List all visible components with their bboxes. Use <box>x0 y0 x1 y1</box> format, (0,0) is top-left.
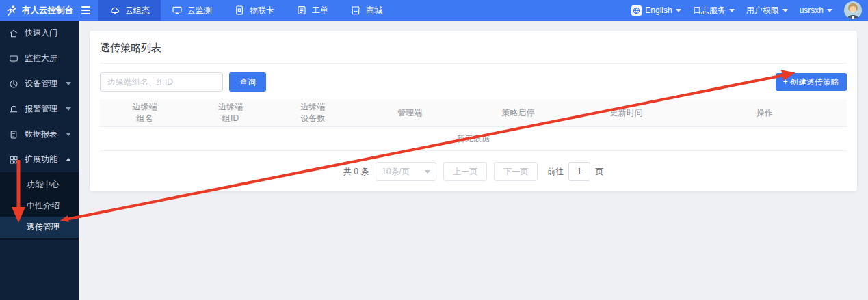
chevron-down-icon <box>66 82 71 85</box>
sidebar-subitem-function-center[interactable]: 功能中心 <box>0 174 79 195</box>
main-content: 透传策略列表 查询 + 创建透传策略 边缘端组名 边缘端组ID 边缘端设备数 管… <box>79 21 868 300</box>
goto-suffix-label: 页 <box>595 166 603 178</box>
language-label: English <box>645 5 672 15</box>
create-policy-button[interactable]: + 创建透传策略 <box>776 73 847 91</box>
sidebar-item-alarm-management[interactable]: 报警管理 <box>0 96 79 122</box>
tab-label: 云监测 <box>187 5 212 16</box>
big-screen-icon <box>9 54 18 64</box>
column-header-update-time: 更新时间 <box>570 99 683 126</box>
sidebar-subitem-label: 功能中心 <box>27 179 60 191</box>
search-input[interactable] <box>100 72 223 92</box>
chevron-down-icon <box>66 107 71 111</box>
sidebar-item-device-management[interactable]: 设备管理 <box>0 71 79 96</box>
chevron-up-icon <box>66 158 71 161</box>
goto-page-input[interactable] <box>568 162 590 181</box>
tab-label: 云组态 <box>125 5 150 16</box>
sidebar-item-label: 数据报表 <box>25 128 57 140</box>
page-size-value: 10条/页 <box>382 166 410 178</box>
policy-list-card: 透传策略列表 查询 + 创建透传策略 边缘端组名 边缘端组ID 边缘端设备数 管… <box>90 31 857 191</box>
tab-work-order[interactable]: 工单 <box>285 0 339 21</box>
sidebar-item-label: 扩展功能 <box>25 154 57 165</box>
pie-chart-icon <box>9 79 18 89</box>
sidebar-subitem-passthrough-management[interactable]: 透传管理 <box>0 217 79 238</box>
app-title: 有人云控制台 <box>22 5 73 16</box>
next-page-button[interactable]: 下一页 <box>494 162 538 181</box>
avatar[interactable] <box>844 1 862 19</box>
home-icon <box>9 29 18 38</box>
permissions-label: 用户权限 <box>746 5 779 16</box>
goto-page: 前往 页 <box>547 162 603 181</box>
prev-page-button[interactable]: 上一页 <box>443 162 487 181</box>
tab-cloud-monitor[interactable]: 云监测 <box>161 0 223 21</box>
top-nav: 云组态 云监测 物联卡 <box>98 0 393 21</box>
cloud-icon <box>109 5 120 16</box>
language-dropdown[interactable]: English <box>631 5 681 16</box>
extended-functions-submenu: 功能中心 中性介绍 透传管理 <box>0 172 79 240</box>
log-service-dropdown[interactable]: 日志服务 <box>693 5 735 16</box>
app-logo-icon <box>6 5 18 16</box>
sidebar-item-data-reports[interactable]: 数据报表 <box>0 122 79 147</box>
sidebar-item-monitor-screen[interactable]: 监控大屏 <box>0 46 79 71</box>
pagination: 共 0 条 10条/页 上一页 下一页 前往 页 <box>100 162 847 181</box>
sidebar: 快速入门 监控大屏 设备管理 报警管理 <box>0 21 79 300</box>
work-order-icon <box>296 5 307 16</box>
report-icon <box>9 130 18 139</box>
table-header-row: 边缘端组名 边缘端组ID 边缘端设备数 管理端 策略启停 更新时间 操作 <box>100 99 847 127</box>
page-title: 透传策略列表 <box>100 31 847 64</box>
column-header-management-end: 管理端 <box>354 99 466 126</box>
sidebar-subitem-label: 透传管理 <box>27 221 60 233</box>
sidebar-subitem-neutral-intro[interactable]: 中性介绍 <box>0 195 79 217</box>
sidebar-item-extended-functions[interactable]: 扩展功能 <box>0 147 79 172</box>
username-dropdown[interactable]: usrsxh <box>800 5 832 15</box>
toolbar: 查询 + 创建透传策略 <box>100 72 847 92</box>
user-permissions-dropdown[interactable]: 用户权限 <box>746 5 788 16</box>
chevron-down-icon <box>66 133 71 136</box>
goto-prefix-label: 前往 <box>547 166 564 178</box>
column-header-edge-group-name: 边缘端组名 <box>100 99 189 126</box>
column-header-policy-toggle: 策略启停 <box>466 99 570 126</box>
sidebar-item-quick-start[interactable]: 快速入门 <box>0 21 79 46</box>
sidebar-item-label: 设备管理 <box>25 78 57 90</box>
topbar-right: English 日志服务 用户权限 usrsxh <box>631 1 868 19</box>
brand: 有人云控制台 <box>0 5 80 16</box>
sidebar-item-label: 监控大屏 <box>25 53 57 64</box>
sidebar-subitem-label: 中性介绍 <box>27 200 60 212</box>
translate-icon <box>631 5 642 16</box>
chevron-down-icon <box>425 170 430 174</box>
monitor-icon <box>172 5 183 16</box>
username-label: usrsxh <box>800 5 824 15</box>
chevron-down-icon <box>729 9 735 12</box>
empty-state: 暂无数据 <box>100 127 847 151</box>
sidebar-item-label: 快速入门 <box>25 27 57 39</box>
search-button[interactable]: 查询 <box>229 72 266 92</box>
grid-icon <box>9 155 18 165</box>
store-icon <box>350 5 361 16</box>
empty-state-text: 暂无数据 <box>457 133 490 145</box>
top-bar: 有人云控制台 云组态 云监测 <box>0 0 868 21</box>
tab-store[interactable]: 商城 <box>339 0 393 21</box>
chevron-down-icon <box>676 9 681 12</box>
bell-icon <box>9 105 18 114</box>
tab-iot-card[interactable]: 物联卡 <box>223 0 285 21</box>
chevron-down-icon <box>827 9 832 12</box>
tab-label: 商城 <box>366 5 382 16</box>
column-header-actions: 操作 <box>683 99 847 126</box>
log-service-label: 日志服务 <box>693 5 726 16</box>
sim-card-icon <box>234 5 245 16</box>
sidebar-item-label: 报警管理 <box>25 103 57 115</box>
tab-label: 物联卡 <box>250 5 274 16</box>
total-count-label: 共 0 条 <box>343 166 369 178</box>
page-size-select[interactable]: 10条/页 <box>376 162 436 181</box>
column-header-edge-group-id: 边缘端组ID <box>189 99 272 126</box>
column-header-edge-device-count: 边缘端设备数 <box>272 99 354 126</box>
chevron-down-icon <box>782 9 788 12</box>
tab-label: 工单 <box>312 5 328 16</box>
hamburger-menu-icon[interactable] <box>81 6 90 14</box>
tab-cloud-scada[interactable]: 云组态 <box>98 0 161 21</box>
